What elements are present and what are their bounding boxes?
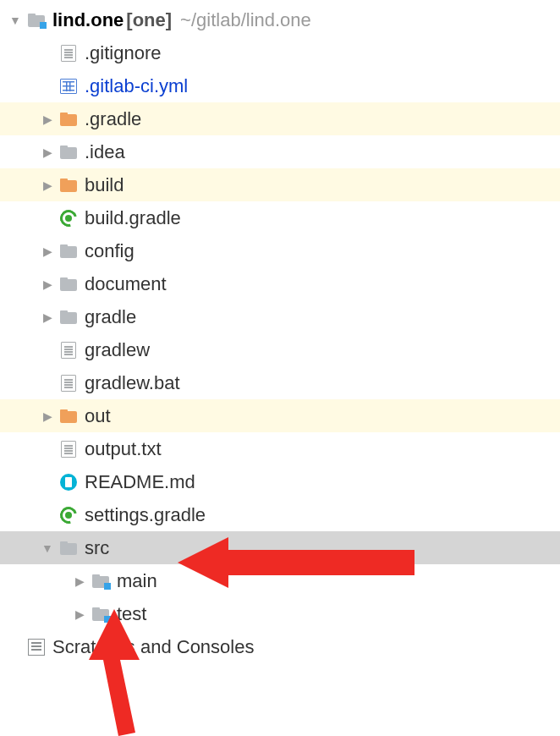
- excluded-folder-icon: [58, 179, 80, 192]
- gradle-file-icon: [58, 210, 80, 227]
- folder-icon: [58, 541, 80, 555]
- tree-node-file[interactable]: ▶ settings.gradle: [0, 498, 560, 531]
- scratches-label: Scratches and Consoles: [52, 636, 254, 658]
- module-folder-icon: [25, 14, 47, 27]
- tree-node-folder[interactable]: ▶ build: [0, 168, 560, 201]
- tree-node-folder[interactable]: ▶ main: [0, 564, 560, 597]
- text-file-icon: [58, 375, 80, 392]
- tree-node-file[interactable]: ▶ gradlew.bat: [0, 366, 560, 399]
- folder-label: gradle: [85, 306, 136, 328]
- folder-label: .idea: [85, 141, 125, 163]
- file-label: gradlew.bat: [85, 372, 180, 394]
- chevron-right-icon[interactable]: ▶: [37, 179, 58, 192]
- project-tree: ▼ lind.one [one] ~/gitlab/lind.one ▶ .gi…: [0, 0, 560, 663]
- gradle-file-icon: [58, 507, 80, 524]
- text-file-icon: [58, 342, 80, 359]
- file-label: output.txt: [85, 438, 162, 460]
- file-label: README.md: [85, 471, 195, 493]
- root-module: [one]: [126, 9, 172, 31]
- tree-node-scratches[interactable]: ▶ Scratches and Consoles: [0, 630, 560, 663]
- folder-icon: [58, 277, 80, 291]
- chevron-right-icon[interactable]: ▶: [69, 574, 90, 588]
- file-label: gradlew: [85, 339, 150, 361]
- tree-node-folder[interactable]: ▶ test: [0, 597, 560, 630]
- folder-label: document: [85, 273, 167, 295]
- folder-label: config: [85, 240, 135, 262]
- text-file-icon: [58, 45, 80, 62]
- folder-icon: [58, 146, 80, 159]
- file-label: build.gradle: [85, 207, 181, 229]
- folder-label: main: [117, 570, 157, 592]
- scratches-icon: [25, 639, 47, 656]
- folder-label: src: [85, 537, 109, 559]
- file-label: .gitlab-ci.yml: [85, 75, 188, 97]
- tree-node-folder[interactable]: ▶ .idea: [0, 135, 560, 168]
- chevron-down-icon[interactable]: ▼: [5, 14, 25, 27]
- text-file-icon: [58, 441, 80, 458]
- chevron-right-icon[interactable]: ▶: [37, 146, 58, 159]
- chevron-right-icon[interactable]: ▶: [37, 310, 58, 324]
- tree-node-root[interactable]: ▼ lind.one [one] ~/gitlab/lind.one: [0, 3, 560, 36]
- chevron-right-icon[interactable]: ▶: [37, 277, 58, 291]
- folder-label: build: [85, 174, 124, 196]
- tree-node-file[interactable]: ▶ README.md: [0, 465, 560, 498]
- excluded-folder-icon: [58, 113, 80, 126]
- tree-node-folder-selected[interactable]: ▼ src: [0, 531, 560, 564]
- source-folder-icon: [90, 574, 112, 588]
- source-folder-icon: [90, 607, 112, 621]
- chevron-down-icon[interactable]: ▼: [37, 541, 58, 555]
- tree-node-folder[interactable]: ▶ .gradle: [0, 102, 560, 135]
- tree-node-folder[interactable]: ▶ gradle: [0, 300, 560, 333]
- excluded-folder-icon: [58, 409, 80, 423]
- tree-node-folder[interactable]: ▶ document: [0, 267, 560, 300]
- folder-icon: [58, 310, 80, 324]
- file-label: .gitignore: [85, 42, 162, 64]
- root-path: ~/gitlab/lind.one: [180, 9, 311, 31]
- yml-file-icon: [58, 79, 80, 94]
- root-name: lind.one: [52, 9, 124, 31]
- chevron-right-icon[interactable]: ▶: [37, 113, 58, 126]
- tree-node-file[interactable]: ▶ output.txt: [0, 432, 560, 465]
- chevron-right-icon[interactable]: ▶: [37, 244, 58, 258]
- folder-icon: [58, 244, 80, 258]
- tree-node-folder[interactable]: ▶ out: [0, 399, 560, 432]
- folder-label: test: [117, 603, 146, 625]
- chevron-right-icon[interactable]: ▶: [69, 607, 90, 621]
- file-label: settings.gradle: [85, 504, 206, 526]
- tree-node-file[interactable]: ▶ .gitignore: [0, 36, 560, 69]
- markdown-file-icon: [58, 474, 80, 491]
- chevron-right-icon[interactable]: ▶: [37, 409, 58, 423]
- tree-node-file[interactable]: ▶ .gitlab-ci.yml: [0, 69, 560, 102]
- folder-label: .gradle: [85, 108, 141, 130]
- folder-label: out: [85, 405, 111, 427]
- tree-node-file[interactable]: ▶ build.gradle: [0, 201, 560, 234]
- tree-node-folder[interactable]: ▶ config: [0, 234, 560, 267]
- tree-node-file[interactable]: ▶ gradlew: [0, 333, 560, 366]
